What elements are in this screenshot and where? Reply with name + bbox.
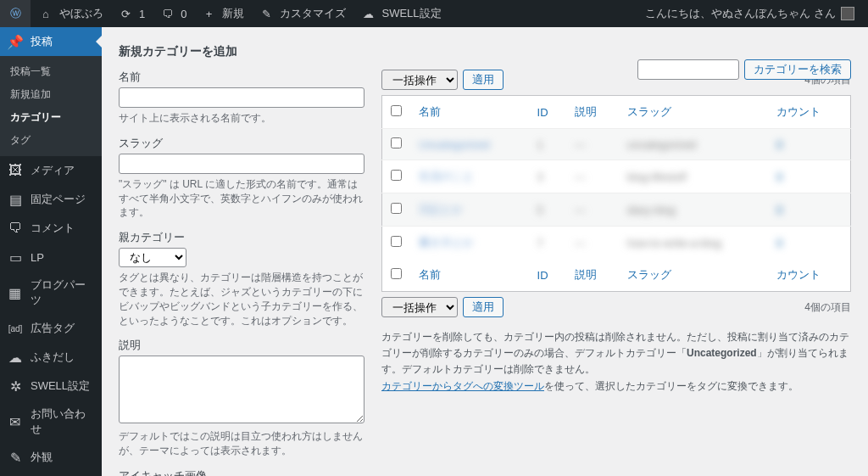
row-name[interactable]: Uncategorized [419,138,490,151]
col-slug[interactable]: スラッグ [627,105,671,118]
col-id[interactable]: ID [537,106,548,119]
updates-count: 1 [139,8,145,20]
updates-link[interactable]: ⟳1 [110,0,152,27]
row-desc: — [575,237,586,249]
new-content-link[interactable]: +新規 [193,0,251,27]
parent-help: タグとは異なり、カテゴリーは階層構造を持つことができます。たとえば、ジャズという… [119,271,364,328]
menu-media[interactable]: 🖾メディア [0,156,102,185]
swell-link[interactable]: ☁SWELL設定 [353,0,448,27]
row-id: 7 [537,237,543,249]
select-all-bottom[interactable] [391,268,402,279]
col-desc-f[interactable]: 説明 [575,268,597,281]
menu-lp[interactable]: ▭LP [0,243,102,272]
row-id: 3 [537,171,543,183]
col-id-f[interactable]: ID [537,269,548,282]
search-input[interactable] [637,59,739,80]
submenu-posts: 投稿一覧 新規追加 カテゴリー タグ [0,56,102,156]
row-slug: blog-lifestuff [627,171,687,183]
name-label: 名前 [119,70,364,85]
col-name-f[interactable]: 名前 [419,268,441,281]
admin-sidebar: 📌投稿 投稿一覧 新規追加 カテゴリー タグ 🖾メディア ▤固定ページ 🗨コメン… [0,27,102,476]
new-label: 新規 [222,6,244,21]
slug-help: "スラッグ" は URL に適した形式の名前です。通常はすべて半角小文字で、英数… [119,177,364,220]
table-row: 生活のこと3—blog-lifestuff0 [382,160,851,193]
bulk-action-select-top[interactable]: 一括操作 [381,70,458,90]
row-checkbox[interactable] [391,236,402,247]
eyecatch-label: アイキャッチ画像 [119,468,364,476]
bulk-action-select-bottom[interactable]: 一括操作 [381,297,458,317]
menu-comments[interactable]: 🗨コメント [0,214,102,243]
row-count[interactable]: 0 [776,204,782,216]
row-checkbox[interactable] [391,137,402,148]
row-id: 5 [537,204,543,216]
slug-input[interactable] [119,154,364,174]
delete-note: カテゴリーを削除しても、カテゴリー内の投稿は削除されません。ただし、投稿に割り当… [381,329,851,395]
update-icon: ⟳ [117,5,134,22]
swell-icon: ✲ [7,378,24,395]
submenu-posts-new[interactable]: 新規追加 [0,83,102,106]
submenu-posts-categories[interactable]: カテゴリー [0,106,102,129]
parent-select[interactable]: なし [119,248,186,267]
menu-contact[interactable]: ✉お問い合わせ [0,400,102,443]
submenu-posts-tags[interactable]: タグ [0,129,102,152]
col-count[interactable]: カウント [776,105,821,118]
site-name-link[interactable]: ⌂やぼぶろ [31,0,110,27]
name-input[interactable] [119,87,364,108]
lp-icon: ▭ [7,249,24,266]
desc-help: デフォルトではこの説明は目立つ使われ方はしませんが、テーマによっては表示されます… [119,429,364,458]
col-name[interactable]: 名前 [419,105,441,118]
name-help: サイト上に表示される名前です。 [119,111,364,126]
col-count-f[interactable]: カウント [776,268,821,281]
menu-pages[interactable]: ▤固定ページ [0,185,102,214]
menu-posts[interactable]: 📌投稿 [0,27,102,56]
menu-blogparts[interactable]: ▦ブログパーツ [0,272,102,314]
slug-label: スラッグ [119,136,364,151]
row-name[interactable]: 日記とか [419,203,463,216]
category-table: 名前 ID 説明 スラッグ カウント Uncategorized1—uncate… [381,95,851,292]
parent-label: 親カテゴリー [119,230,364,245]
row-checkbox[interactable] [391,170,402,181]
brush-icon: ✎ [7,449,24,466]
row-slug: how-to-write-a-blog [627,237,721,249]
row-name[interactable]: 生活のこと [419,170,474,182]
parts-icon: ▦ [7,284,24,301]
search-button[interactable]: カテゴリーを検索 [744,59,851,80]
mail-icon: ✉ [7,413,24,430]
col-slug-f[interactable]: スラッグ [627,268,671,281]
row-desc: — [575,204,586,216]
plus-icon: + [200,5,217,22]
row-count[interactable]: 0 [776,138,782,151]
menu-plugins[interactable]: 🔌プラグイン [0,472,102,476]
howdy-text: こんにちは、やぬさんぼんちゃん さん [645,6,836,21]
row-slug: diary-blog [627,204,676,216]
cloud-icon: ☁ [359,5,376,22]
desc-textarea[interactable] [119,356,364,423]
menu-fukidashi[interactable]: ☁ふきだし [0,343,102,372]
submenu-posts-all[interactable]: 投稿一覧 [0,60,102,83]
menu-swell[interactable]: ✲SWELL設定 [0,372,102,400]
apply-button-top[interactable]: 適用 [463,70,504,90]
row-checkbox[interactable] [391,203,402,214]
customize-link[interactable]: ✎カスタマイズ [251,0,353,27]
pin-icon: 📌 [7,33,24,50]
row-count[interactable]: 0 [776,237,782,249]
row-name[interactable]: 書き方とか [419,236,474,249]
row-count[interactable]: 0 [776,171,782,183]
menu-adtag[interactable]: [ad]広告タグ [0,314,102,343]
comments-link[interactable]: 🗨0 [152,0,193,27]
media-icon: 🖾 [7,162,24,179]
apply-button-bottom[interactable]: 適用 [463,297,504,317]
my-account[interactable]: こんにちは、やぬさんぼんちゃん さん [638,0,861,27]
table-row: 日記とか5—diary-blog0 [382,193,851,227]
balloon-icon: ☁ [7,349,24,366]
item-count-bottom: 4個の項目 [804,300,851,315]
page-icon: ▤ [7,191,24,208]
wp-logo[interactable]: ⓦ [0,0,31,27]
col-desc[interactable]: 説明 [575,105,597,118]
converter-link[interactable]: カテゴリーからタグへの変換ツール [381,380,544,392]
brush-icon: ✎ [258,5,275,22]
comment-icon: 🗨 [159,5,175,22]
select-all-top[interactable] [391,105,402,116]
row-desc: — [575,171,586,183]
menu-appearance[interactable]: ✎外観 [0,443,102,472]
